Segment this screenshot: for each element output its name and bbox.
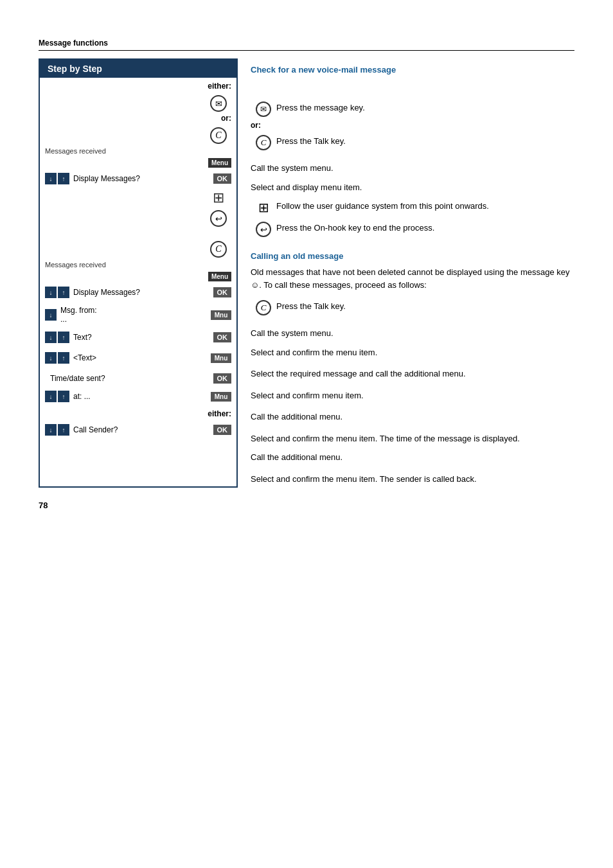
- menu-row-2: Menu: [40, 270, 236, 283]
- arrow-group-4: ↓ ↑: [45, 332, 69, 343]
- select-display-row: Select and display menu item.: [251, 177, 574, 197]
- mnu-button-1[interactable]: Mnu: [211, 310, 231, 320]
- up-arrow-4[interactable]: ↑: [58, 332, 69, 343]
- press-talk-key-text-1: Press the Talk key.: [276, 134, 574, 148]
- call-additional-text-1: Call the additional menu.: [251, 409, 574, 423]
- menu-button-2[interactable]: Menu: [208, 272, 231, 281]
- mnu-button-2[interactable]: Mnu: [211, 353, 231, 363]
- section-title: Message functions: [39, 39, 574, 51]
- text-row: ↓ ↑ Text? OK: [40, 328, 236, 346]
- up-arrow-6[interactable]: ↑: [58, 391, 69, 402]
- press-talk-key-row-1: C Press the Talk key.: [251, 131, 574, 153]
- time-date-row: Time/date sent? OK: [40, 369, 236, 387]
- call-sender-label: Call Sender?: [73, 425, 213, 434]
- press-talk-key-row-2: C Press the Talk key.: [251, 296, 574, 318]
- messages-received-label-1: Messages received: [40, 146, 236, 156]
- content-wrapper: Step by Step either: ✉ or: C: [39, 58, 574, 488]
- display-messages-row-2: ↓ ↑ Display Messages? OK: [40, 283, 236, 301]
- press-talk-key-text-2: Press the Talk key.: [276, 299, 574, 313]
- down-arrow-5[interactable]: ↓: [45, 352, 57, 364]
- either-label: either:: [40, 78, 236, 93]
- call-system-menu-row-1: Call the system menu.: [251, 158, 574, 177]
- text-value-row: ↓ ↑ <Text> Mnu: [40, 349, 236, 367]
- menu-row-1: Menu: [40, 156, 236, 170]
- grid-right-icon: ⊞: [258, 200, 269, 215]
- mnu-button-3[interactable]: Mnu: [211, 392, 231, 402]
- select-confirm-time-row: Select and confirm the menu item. The ti…: [251, 429, 574, 448]
- message-key-row: ✉: [40, 93, 236, 114]
- press-message-key-text: Press the message key.: [276, 100, 574, 114]
- msg-from-row: ↓ Msg. from: ... Mnu: [40, 304, 236, 326]
- arrow-group-5: ↓ ↑: [45, 352, 69, 364]
- ok-button-5[interactable]: OK: [213, 425, 232, 435]
- down-arrow-1[interactable]: ↓: [45, 173, 57, 184]
- right-talk-icon-1: C: [256, 135, 271, 150]
- ok-button-3[interactable]: OK: [213, 332, 232, 342]
- up-arrow-1[interactable]: ↑: [58, 173, 69, 184]
- down-arrow-2[interactable]: ↓: [45, 287, 57, 298]
- grid-icon: ⊞: [213, 190, 224, 206]
- up-arrow-5[interactable]: ↑: [58, 352, 69, 364]
- text-value-label: <Text>: [73, 353, 211, 362]
- calling-description: Old messages that have not been deleted …: [251, 266, 574, 291]
- right-talk-key-icon-2: C: [251, 299, 276, 315]
- follow-guidance-icon: ⊞: [251, 199, 276, 215]
- onhook-row: ↩: [40, 208, 236, 229]
- follow-guidance-text: Follow the user guidance system from thi…: [276, 199, 574, 213]
- message-key-icon[interactable]: ✉: [210, 95, 227, 112]
- up-arrow-7[interactable]: ↑: [58, 424, 69, 436]
- time-date-label: Time/date sent?: [45, 374, 213, 383]
- press-onhook-icon: ↩: [251, 220, 276, 237]
- menu-button-1[interactable]: Menu: [208, 158, 231, 168]
- message-key-icon-cell: ✉: [206, 95, 231, 112]
- either-label-2: either:: [40, 405, 236, 421]
- onhook-right-icon: ↩: [256, 222, 271, 237]
- select-confirm-text: Select and confirm the menu item.: [251, 345, 574, 359]
- follow-guidance-row: ⊞ Follow the user guidance system from t…: [251, 196, 574, 218]
- arrow-group-3: ↓: [45, 309, 57, 321]
- onhook-icon-cell: ↩: [206, 210, 231, 227]
- msg-from-label: Msg. from: ...: [60, 306, 211, 324]
- select-confirm-time-text: Select and confirm the menu item. The ti…: [251, 431, 574, 445]
- ok-button-4[interactable]: OK: [213, 373, 232, 384]
- arrow-group-6: ↓ ↑: [45, 391, 69, 402]
- display-messages-row-1: ↓ ↑ Display Messages? OK: [40, 170, 236, 188]
- call-additional-text-2: Call the additional menu.: [251, 450, 574, 464]
- call-sender-row: ↓ ↑ Call Sender? OK: [40, 421, 236, 439]
- display-messages-label-1: Display Messages?: [73, 174, 213, 183]
- up-arrow-2[interactable]: ↑: [58, 287, 69, 298]
- select-display-text: Select and display menu item.: [251, 180, 574, 194]
- onhook-icon[interactable]: ↩: [210, 210, 227, 227]
- right-message-icon: ✉: [256, 102, 271, 117]
- right-talk-icon-2: C: [256, 300, 271, 315]
- down-arrow-4[interactable]: ↓: [45, 332, 57, 343]
- down-arrow-7[interactable]: ↓: [45, 424, 57, 436]
- select-confirm-row: Select and confirm the menu item.: [251, 342, 574, 362]
- right-talk-key-icon-1: C: [251, 134, 276, 150]
- or-label: or:: [40, 114, 236, 125]
- down-arrow-6[interactable]: ↓: [45, 391, 57, 402]
- select-confirm-row-2: Select and confirm menu item.: [251, 385, 574, 405]
- ok-button-1[interactable]: OK: [213, 173, 232, 184]
- call-additional-row-1: Call the additional menu.: [251, 407, 574, 426]
- select-confirm-sender-row: Select and confirm the menu item. The se…: [251, 469, 574, 488]
- right-or-label: or:: [251, 120, 574, 131]
- select-required-row: Select the required message and call the…: [251, 364, 574, 383]
- select-confirm-sender-text: Select and confirm the menu item. The se…: [251, 472, 574, 486]
- select-confirm-text-2: Select and confirm menu item.: [251, 388, 574, 402]
- step-by-step-header: Step by Step: [40, 60, 236, 78]
- ok-button-2[interactable]: OK: [213, 287, 232, 297]
- press-onhook-text: Press the On-hook key to end the process…: [276, 220, 574, 235]
- down-arrow-3[interactable]: ↓: [45, 309, 57, 321]
- grid-icon-cell: ⊞: [206, 190, 231, 206]
- left-panel: Step by Step either: ✉ or: C: [39, 58, 238, 488]
- page-number: 78: [39, 500, 574, 510]
- talk-key-icon-1[interactable]: C: [210, 127, 227, 144]
- talk-key-icon-2[interactable]: C: [210, 241, 227, 258]
- talk-key-row-2: C: [40, 239, 236, 260]
- arrow-group-7: ↓ ↑: [45, 424, 69, 436]
- arrow-group-2: ↓ ↑: [45, 287, 69, 298]
- calling-section-heading: Calling an old message: [251, 251, 574, 261]
- talk-key-icon-cell-1: C: [206, 127, 231, 144]
- right-either-row: [251, 80, 574, 98]
